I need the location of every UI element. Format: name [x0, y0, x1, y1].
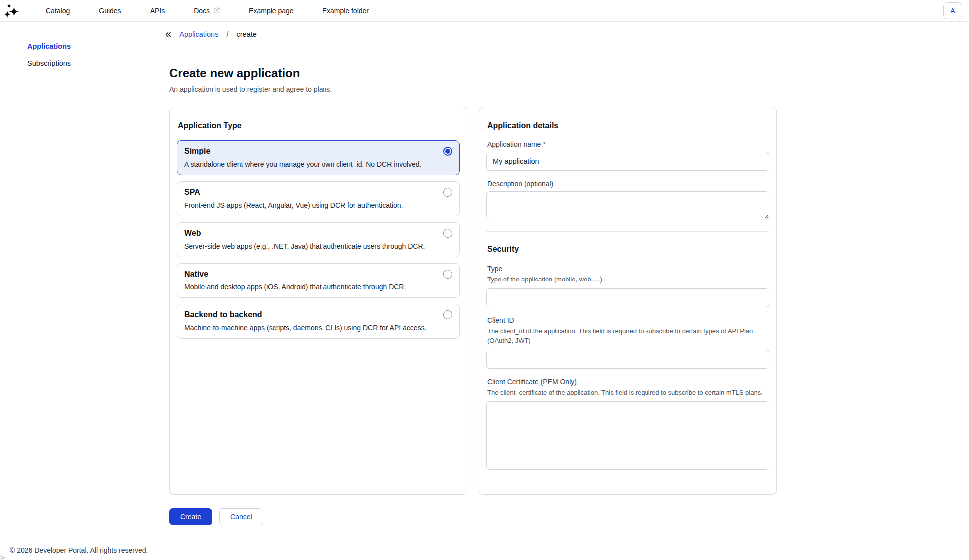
external-link-icon	[213, 7, 220, 14]
breadcrumb-link-applications[interactable]: Applications	[179, 30, 218, 38]
client-id-input[interactable]	[486, 350, 769, 369]
create-button[interactable]: Create	[169, 508, 212, 525]
radio-button[interactable]	[443, 229, 452, 238]
option-title: Simple	[184, 147, 210, 156]
app-type-option-native[interactable]: Native Mobile and desktop apps (iOS, And…	[177, 263, 460, 298]
application-name-label: Application name *	[487, 140, 768, 148]
type-hint: Type of the application (mobile, web, ..…	[487, 275, 768, 284]
page-subtitle: An application is used to register and a…	[169, 85, 946, 93]
client-certificate-textarea[interactable]	[486, 401, 769, 470]
footer-copyright: © 2026 Developer Portal. All rights rese…	[10, 546, 148, 554]
nav-item-example-folder[interactable]: Example folder	[323, 7, 369, 15]
radio-button[interactable]	[443, 270, 452, 279]
breadcrumb: « Applications / create	[146, 22, 969, 47]
application-details-card: Application details Application name * D…	[479, 107, 777, 495]
application-details-heading: Application details	[487, 121, 769, 130]
option-title: Web	[184, 229, 201, 238]
application-name-input[interactable]	[486, 152, 769, 171]
type-label: Type	[487, 265, 768, 273]
footer: © 2026 Developer Portal. All rights rese…	[0, 540, 969, 560]
option-description: Mobile and desktop apps (iOS, Android) t…	[184, 283, 452, 291]
sparkles-logo-icon[interactable]	[4, 2, 21, 20]
form-cards: Application Type Simple A standalone cli…	[169, 107, 946, 495]
option-description: Machine-to-machine apps (scripts, daemon…	[184, 324, 452, 332]
form-actions: Create Cancel	[169, 508, 946, 525]
nav-item-label: Docs	[194, 7, 210, 15]
option-title: Backend to backend	[184, 310, 262, 319]
application-type-heading: Application Type	[178, 121, 460, 130]
option-title: Native	[184, 270, 208, 279]
mouse-cursor	[0, 553, 6, 560]
main-area: « Applications / create Create new appli…	[146, 22, 969, 540]
nav-item-label: Catalog	[46, 7, 70, 15]
nav-item-label: Example folder	[323, 7, 369, 15]
radio-button[interactable]	[443, 188, 452, 197]
nav-item-label: Example page	[249, 7, 294, 15]
nav-item-example-page[interactable]: Example page	[249, 7, 294, 15]
option-description: A standalone client where you manage you…	[184, 160, 452, 168]
top-navbar: Catalog Guides APIs Docs Example page Ex…	[0, 0, 969, 22]
collapse-sidebar-icon[interactable]: «	[165, 29, 171, 40]
page-content: Create new application An application is…	[146, 47, 969, 525]
option-title: SPA	[184, 188, 200, 197]
client-id-label: Client ID	[487, 316, 768, 324]
app-type-option-simple[interactable]: Simple A standalone client where you man…	[177, 140, 460, 175]
cancel-button[interactable]: Cancel	[219, 508, 263, 525]
nav-item-apis[interactable]: APIs	[150, 7, 165, 15]
app-type-option-backend[interactable]: Backend to backend Machine-to-machine ap…	[177, 304, 460, 339]
section-divider	[486, 231, 769, 232]
sidebar-item-subscriptions[interactable]: Subscriptions	[0, 55, 146, 72]
app-shell: Applications Subscriptions « Application…	[0, 22, 969, 540]
client-certificate-hint: The client_certificate of the applicatio…	[487, 388, 768, 398]
description-textarea[interactable]	[486, 191, 769, 219]
option-description: Server-side web apps (e.g., .NET, Java) …	[184, 242, 452, 250]
breadcrumb-current: create	[236, 30, 256, 38]
nav-item-guides[interactable]: Guides	[99, 7, 121, 15]
breadcrumb-separator: /	[226, 30, 228, 38]
security-heading: Security	[487, 245, 769, 254]
nav-item-label: Guides	[99, 7, 121, 15]
option-description: Front-end JS apps (React, Angular, Vue) …	[184, 201, 452, 209]
application-type-card: Application Type Simple A standalone cli…	[169, 107, 467, 495]
nav-item-docs[interactable]: Docs	[194, 7, 220, 15]
nav-links: Catalog Guides APIs Docs Example page Ex…	[46, 7, 369, 15]
nav-item-catalog[interactable]: Catalog	[46, 7, 70, 15]
page-title: Create new application	[169, 66, 946, 80]
client-certificate-label: Client Certificate (PEM Only)	[487, 378, 768, 386]
nav-item-label: APIs	[150, 7, 165, 15]
sidebar-item-applications[interactable]: Applications	[0, 38, 146, 55]
app-type-option-spa[interactable]: SPA Front-end JS apps (React, Angular, V…	[177, 181, 460, 216]
app-type-option-web[interactable]: Web Server-side web apps (e.g., .NET, Ja…	[177, 222, 460, 257]
description-label: Description (optional)	[487, 180, 768, 188]
avatar[interactable]: A	[943, 2, 962, 19]
sidebar: Applications Subscriptions	[0, 22, 146, 540]
radio-button[interactable]	[443, 147, 452, 156]
radio-button[interactable]	[443, 310, 452, 319]
type-input[interactable]	[486, 288, 769, 307]
client-id-hint: The client_id of the application. This f…	[487, 327, 757, 346]
